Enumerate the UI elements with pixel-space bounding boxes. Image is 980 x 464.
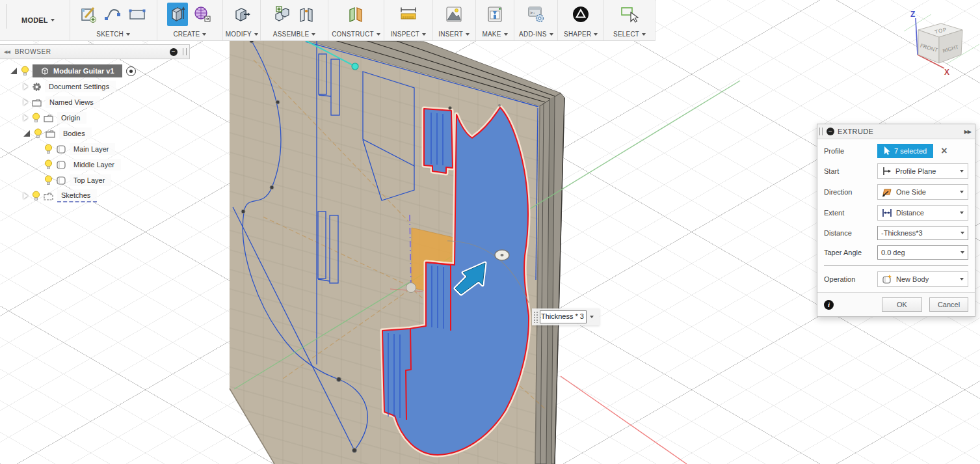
drag-grip-icon[interactable]: [533, 311, 538, 323]
profile-selection-chip[interactable]: 7 selected: [877, 144, 933, 158]
panel-grip-icon[interactable]: [183, 48, 187, 55]
menu-sketch[interactable]: SKETCH: [96, 31, 130, 38]
visibility-bulb-icon[interactable]: [44, 144, 53, 154]
origin-handle[interactable]: [406, 283, 416, 293]
extent-select[interactable]: Distance: [877, 205, 968, 221]
distance-input[interactable]: -Thickness*3: [877, 226, 968, 240]
joint-icon[interactable]: [296, 3, 317, 26]
scripts-addins-icon[interactable]: >-: [525, 3, 546, 26]
visibility-bulb-icon[interactable]: [32, 113, 40, 123]
profile-row: Profile 7 selected ×: [824, 144, 968, 158]
expander-open-icon[interactable]: [10, 68, 17, 74]
viewcube-z-label: Z: [910, 10, 915, 19]
3d-print-icon[interactable]: [484, 3, 505, 26]
floating-distance-box[interactable]: -Thickness * 3: [532, 308, 600, 325]
expander-closed-icon[interactable]: [23, 83, 28, 90]
ok-button[interactable]: OK: [882, 297, 922, 312]
menu-assemble[interactable]: ASSEMBLE: [273, 31, 316, 38]
dialog-minimize-icon[interactable]: −: [827, 128, 834, 135]
visibility-bulb-icon[interactable]: [44, 175, 53, 185]
toolbar-group-construct: CONSTRUCT: [328, 0, 384, 40]
expander-closed-icon[interactable]: [23, 99, 28, 105]
start-select[interactable]: Profile Plane: [877, 163, 968, 179]
distance-inline-input[interactable]: -Thickness * 3: [540, 310, 587, 323]
rectangle-icon[interactable]: [127, 3, 148, 26]
direction-label: Direction: [824, 188, 877, 196]
menu-modify[interactable]: MODIFY: [226, 31, 258, 38]
press-pull-icon[interactable]: [232, 3, 252, 26]
visibility-bulb-icon[interactable]: [32, 191, 40, 201]
form-icon[interactable]: [191, 3, 212, 26]
profile-plane-icon: [882, 167, 892, 176]
menu-shaper[interactable]: SHAPER: [564, 31, 598, 38]
cancel-button[interactable]: Cancel: [929, 297, 968, 312]
tree-row-sketches[interactable]: Sketches: [0, 188, 190, 204]
dialog-header[interactable]: − EXTRUDE ▶▶: [817, 124, 975, 139]
visibility-bulb-icon[interactable]: [44, 159, 53, 170]
expander-closed-icon[interactable]: [23, 193, 28, 199]
rotate-ring-handle[interactable]: [495, 250, 509, 260]
direction-row: Direction One Side: [824, 184, 968, 200]
root-component-label[interactable]: Modular Guitar v1: [33, 64, 122, 77]
direction-select[interactable]: One Side: [877, 184, 968, 200]
folder-icon: [46, 130, 56, 138]
dialog-divider: [824, 265, 968, 266]
spline-icon[interactable]: [103, 3, 124, 26]
taper-angle-input[interactable]: 0.0 deg: [877, 245, 968, 260]
viewcube[interactable]: Z X TOP FRONT RIGHT: [904, 10, 979, 77]
expander-open-icon[interactable]: [23, 130, 30, 137]
tree-row-bodies[interactable]: Bodies: [0, 126, 190, 141]
collapse-panel-icon[interactable]: ◀◀: [4, 49, 10, 55]
shaper-icon[interactable]: [570, 3, 591, 26]
clear-selection-icon[interactable]: ×: [941, 146, 947, 156]
construction-plane-icon[interactable]: [345, 3, 366, 26]
visibility-bulb-icon[interactable]: [34, 128, 42, 139]
visibility-bulb-icon[interactable]: [21, 66, 29, 76]
menu-construct[interactable]: CONSTRUCT: [332, 31, 380, 38]
folder-icon: [32, 98, 42, 107]
toolbar-grip: [0, 4, 7, 29]
workspace-switcher[interactable]: MODEL: [7, 0, 70, 40]
expander-closed-icon[interactable]: [23, 115, 28, 121]
operation-select[interactable]: New Body: [877, 271, 968, 287]
extrude-dialog: − EXTRUDE ▶▶ Profile 7 selected × Start …: [817, 124, 975, 317]
tree-root-row[interactable]: Modular Guitar v1: [0, 63, 190, 79]
dialog-title: EXTRUDE: [838, 128, 964, 135]
menu-addins[interactable]: ADD-INS: [519, 31, 553, 38]
toolbar-group-assemble: ASSEMBLE: [261, 0, 328, 40]
select-cursor-icon[interactable]: [619, 3, 640, 26]
menu-create[interactable]: CREATE: [173, 31, 206, 38]
menu-inspect[interactable]: INSPECT: [390, 31, 426, 38]
extrude-icon[interactable]: [167, 3, 188, 26]
activate-component-icon[interactable]: [126, 66, 136, 76]
tree-row-middle-layer[interactable]: Middle Layer: [0, 157, 190, 172]
menu-select[interactable]: SELECT: [613, 31, 646, 38]
taper-dropdown-icon[interactable]: [957, 246, 968, 259]
tree-row-document-settings[interactable]: Document Settings: [0, 79, 190, 94]
measure-icon[interactable]: [398, 3, 419, 26]
toolbar-group-insert: INSERT: [433, 0, 476, 40]
distance-inline-dropdown[interactable]: [587, 311, 597, 323]
distance-label: Distance: [824, 229, 877, 237]
dialog-expand-icon[interactable]: ▶▶: [964, 129, 971, 135]
tree-row-main-layer[interactable]: Main Layer: [0, 141, 190, 157]
distance-icon: [882, 208, 892, 217]
dialog-grip-icon[interactable]: [819, 128, 823, 135]
menu-make[interactable]: MAKE: [482, 31, 507, 38]
one-side-icon: [882, 187, 892, 197]
info-icon[interactable]: i: [824, 300, 834, 310]
minimize-icon[interactable]: −: [170, 48, 178, 56]
chevron-down-icon: [960, 278, 964, 280]
distance-dropdown-icon[interactable]: [957, 226, 968, 239]
toolbar-group-inspect: INSPECT: [384, 0, 433, 40]
menu-insert[interactable]: INSERT: [438, 31, 470, 38]
tree-row-named-views[interactable]: Named Views: [0, 94, 190, 110]
tree-row-origin[interactable]: Origin: [0, 110, 190, 126]
create-sketch-icon[interactable]: [79, 3, 99, 26]
new-component-icon[interactable]: [272, 3, 293, 26]
tree-row-top-layer[interactable]: Top Layer: [0, 172, 190, 188]
toolbar-group-create: CREATE: [157, 0, 224, 40]
operation-row: Operation New Body: [824, 271, 968, 287]
fusion360-window: Z X TOP FRONT RIGHT -Thickness * 3 MODEL: [0, 0, 980, 464]
insert-image-icon[interactable]: [444, 3, 464, 26]
